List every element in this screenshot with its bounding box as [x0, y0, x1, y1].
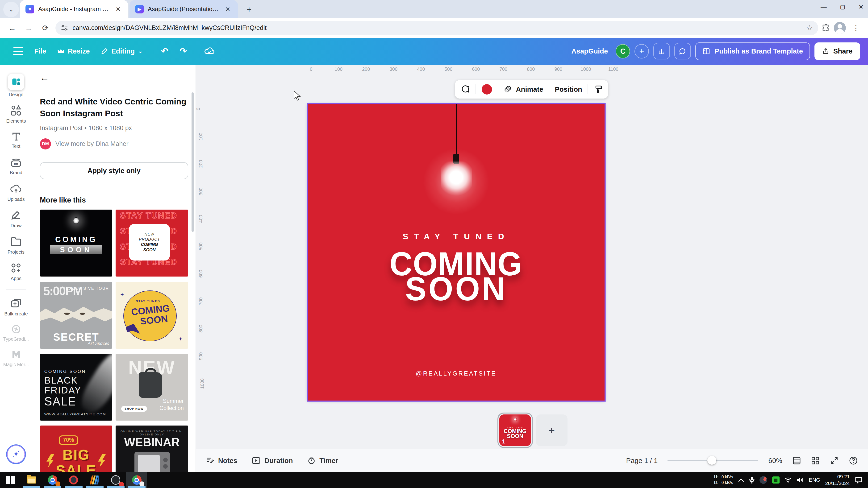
insights-button[interactable]: [653, 43, 670, 59]
resize-button[interactable]: Resize: [52, 47, 95, 55]
tray-utility-icon[interactable]: ▦: [772, 477, 780, 484]
chevron-down-icon: ⌄: [138, 48, 143, 55]
ruler-tick: 600: [198, 270, 204, 278]
template-thumbnail-summer-collection[interactable]: NEW SHOP NOW SummerCollection: [116, 354, 188, 421]
close-window-icon[interactable]: ✕: [859, 3, 864, 10]
site-handle-text[interactable]: @REALLYGREATSITE: [308, 370, 604, 377]
zoom-slider[interactable]: [668, 460, 758, 461]
bookmark-star-icon[interactable]: ☆: [806, 24, 813, 32]
close-tab-icon[interactable]: ✕: [223, 4, 232, 14]
sidebar-item-brand[interactable]: co Brand: [10, 156, 22, 176]
apply-style-only-button[interactable]: Apply style only: [40, 162, 188, 180]
taskbar-chrome-active[interactable]: [126, 472, 147, 488]
maximize-window-icon[interactable]: ▢: [840, 3, 845, 10]
account-avatar[interactable]: C: [616, 44, 630, 59]
address-bar[interactable]: canva.com/design/DAGVNLBxLZM/i8mMhM_kwyC…: [55, 21, 818, 35]
paint-roller-icon[interactable]: [594, 85, 602, 94]
minimize-window-icon[interactable]: —: [820, 3, 827, 10]
sidebar-item-apps[interactable]: Apps: [10, 262, 22, 281]
publish-brand-template-button[interactable]: Publish as Brand Template: [695, 42, 810, 60]
taskbar-opera[interactable]: [63, 472, 84, 488]
draw-pencil-icon: [10, 209, 22, 221]
creator-byline[interactable]: View more by Dina Maher: [55, 140, 129, 148]
close-tab-icon[interactable]: ✕: [114, 4, 123, 14]
taskbar-obs[interactable]: [105, 472, 126, 488]
volume-icon[interactable]: [797, 477, 804, 483]
add-member-button[interactable]: +: [634, 44, 649, 59]
back-icon[interactable]: ←: [5, 21, 19, 34]
add-page-button[interactable]: +: [536, 415, 567, 446]
undo-button[interactable]: ↶: [155, 46, 174, 56]
apps-icon: [10, 262, 22, 274]
creator-avatar[interactable]: DM: [40, 138, 51, 150]
taskbar-file-explorer[interactable]: [21, 472, 42, 488]
sidebar-item-bulk-create[interactable]: Bulk create: [4, 297, 28, 317]
template-meta: Instagram Post • 1080 x 1080 px: [40, 125, 132, 132]
help-icon[interactable]: [849, 456, 858, 465]
share-upload-icon: [822, 47, 830, 55]
page-1-thumbnail[interactable]: STAY TUNED COMINGSOON 1: [499, 415, 531, 446]
soon-text[interactable]: SOON: [308, 269, 604, 307]
sidebar-item-elements[interactable]: Elements: [6, 104, 26, 124]
comments-button[interactable]: [674, 43, 691, 59]
magic-assistant-button[interactable]: [6, 445, 26, 464]
sidebar-item-text[interactable]: Text: [10, 131, 22, 149]
sidebar-item-projects[interactable]: Projects: [7, 235, 25, 255]
duration-button[interactable]: Duration: [252, 457, 293, 465]
obs-icon: [111, 475, 121, 485]
site-settings-icon[interactable]: [61, 24, 68, 32]
file-menu-button[interactable]: File: [29, 47, 52, 55]
language-indicator[interactable]: ENG: [809, 477, 820, 483]
grid-view-icon[interactable]: [811, 456, 820, 465]
browser-profile-avatar[interactable]: [834, 22, 846, 34]
editing-mode-dropdown[interactable]: Editing ⌄: [95, 47, 148, 55]
template-thumbnail-secret-tour[interactable]: 5:00PM EXCLU SIVE TOUR SECRET Art Spaces: [40, 282, 112, 349]
zoom-slider-knob[interactable]: [707, 456, 716, 465]
taskbar-media-app[interactable]: [84, 472, 105, 488]
redo-button[interactable]: ↷: [174, 46, 192, 56]
back-button[interactable]: ←: [40, 72, 49, 83]
tray-expand-chevron-icon[interactable]: [738, 478, 744, 482]
template-thumbnail-black-friday[interactable]: COMING SOON BLACK FRIDAY SALE WWW.REALLY…: [40, 354, 112, 421]
tab-canva-presentation[interactable]: ▶ AsapGuide (Presentation) - You... ✕: [129, 0, 238, 18]
forward-icon[interactable]: →: [22, 21, 35, 34]
sidebar-item-magic-morph[interactable]: Magic Mor...: [3, 349, 29, 367]
start-button[interactable]: [0, 472, 21, 488]
background-color-swatch[interactable]: [482, 84, 492, 95]
notes-button[interactable]: Notes: [206, 456, 237, 465]
wifi-icon[interactable]: [784, 477, 792, 483]
sidebar-item-design[interactable]: Design: [8, 73, 24, 97]
template-icon: [703, 47, 710, 55]
position-button[interactable]: Position: [555, 85, 582, 93]
sidebar-rail: Design Elements Text co Brand Uploads Dr…: [0, 65, 32, 472]
template-thumbnail-coming-soon-yellow[interactable]: STAY TUNED COMING SOON ✦ ✦: [116, 282, 188, 349]
microphone-icon[interactable]: [749, 477, 754, 484]
call-app-icon[interactable]: [760, 476, 767, 484]
animate-button[interactable]: Animate: [504, 85, 543, 94]
tab-canva-design[interactable]: ♥ AsapGuide - Instagram Post ✕: [20, 0, 128, 18]
sidebar-item-draw[interactable]: Draw: [10, 209, 22, 228]
template-thumbnail-coming-soon-dark[interactable]: COMING SOON: [40, 209, 112, 276]
share-button[interactable]: Share: [814, 42, 860, 60]
clock[interactable]: 09:2120/11/2024: [825, 474, 849, 486]
new-tab-button[interactable]: +: [243, 3, 256, 16]
sidebar-item-typegradient[interactable]: TypeGradi...: [3, 324, 29, 342]
windows-logo-icon: [6, 476, 14, 484]
stay-tuned-text[interactable]: STAY TUNED: [308, 232, 604, 241]
panel-scrollbar[interactable]: [191, 92, 194, 232]
template-thumbnail-stay-tuned-red[interactable]: STAY TUNED STAY TUNED STAY TUNED STAY TU…: [116, 209, 188, 276]
design-canvas-page[interactable]: STAY TUNED COMING SOON @REALLYGREATSITE: [308, 104, 604, 400]
main-menu-button[interactable]: [8, 47, 29, 55]
ruler-tick: 800: [198, 325, 204, 333]
timer-button[interactable]: Timer: [307, 456, 338, 465]
add-comment-icon[interactable]: [461, 85, 470, 94]
pages-view-icon[interactable]: [792, 456, 801, 465]
tab-search-chevron-icon[interactable]: ⌄: [3, 2, 19, 17]
sidebar-item-uploads[interactable]: Uploads: [7, 183, 25, 202]
taskbar-chrome-profile-1[interactable]: [42, 472, 63, 488]
browser-menu-icon[interactable]: ⋮: [849, 21, 862, 34]
extensions-puzzle-icon[interactable]: [822, 24, 831, 33]
reload-icon[interactable]: ⟳: [39, 21, 52, 34]
action-center-icon[interactable]: [855, 477, 863, 484]
fullscreen-icon[interactable]: [830, 456, 839, 465]
